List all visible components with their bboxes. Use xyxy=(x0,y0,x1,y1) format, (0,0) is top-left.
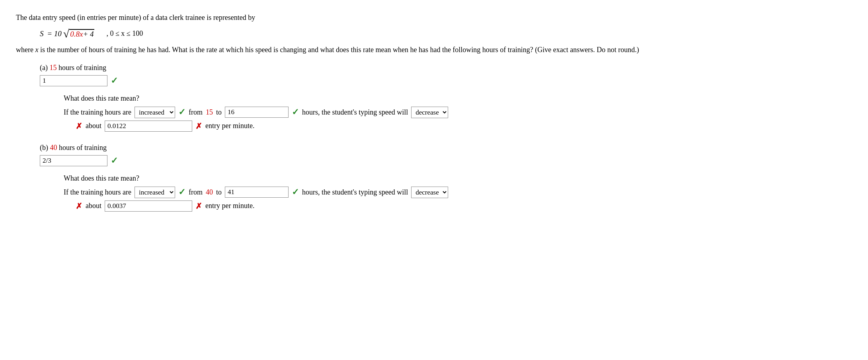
part-b-about-input[interactable] xyxy=(105,200,192,212)
part-b-suffix-text: hours, the student's typing speed will xyxy=(302,188,408,197)
part-a-hours-red: 15 xyxy=(49,64,57,72)
part-a-entry-text: entry per minute. xyxy=(205,122,254,130)
part-a-dropdown-check: ✓ xyxy=(178,107,185,117)
part-a-hours-suffix: hours of training xyxy=(59,64,106,72)
part-a-section: (a) 15 hours of training ✓ What does thi… xyxy=(40,64,852,132)
part-b-to-check: ✓ xyxy=(292,187,299,197)
part-a-speed-dropdown[interactable]: increase decrease xyxy=(411,107,448,118)
part-a-answer-check: ✓ xyxy=(111,76,118,86)
part-b-speed-dropdown[interactable]: increase decrease xyxy=(411,187,448,198)
part-a-about-input[interactable] xyxy=(105,121,192,132)
part-b-from-text: from xyxy=(189,188,203,197)
part-a-rate-meaning-label: What does this rate mean? xyxy=(64,94,852,103)
part-b-dropdown-check: ✓ xyxy=(178,187,185,197)
problem-intro: The data entry speed (in entries per min… xyxy=(16,12,852,23)
part-a-label: (a) 15 hours of training xyxy=(40,64,852,72)
part-b-section: (b) 40 hours of training ✓ What does thi… xyxy=(40,144,852,212)
part-a-meaning-row2: ✗ about ✗ entry per minute. xyxy=(76,121,852,132)
part-a-from-text: from xyxy=(189,108,203,117)
formula: S = 10 √ 0.8x + 4 xyxy=(40,28,94,39)
part-a-suffix-text: hours, the student's typing speed will xyxy=(302,108,408,117)
part-a-prefix: If the training hours are xyxy=(64,108,131,117)
part-a-answer-input[interactable] xyxy=(40,75,107,86)
part-b-to-input[interactable] xyxy=(225,187,289,198)
part-b-rate-meaning: What does this rate mean? If the trainin… xyxy=(64,174,852,212)
radical-container: √ 0.8x + 4 xyxy=(63,28,95,39)
problem-description: where x is the number of hours of traini… xyxy=(16,44,852,56)
part-b-meaning-row2: ✗ about ✗ entry per minute. xyxy=(76,200,852,212)
part-b-rate-meaning-label: What does this rate mean? xyxy=(64,174,852,183)
part-b-answer-row: ✓ xyxy=(40,155,852,166)
part-a-rate-meaning: What does this rate mean? If the trainin… xyxy=(64,94,852,132)
part-b-value-cross: ✗ xyxy=(195,201,202,211)
formula-equals: = 10 xyxy=(45,29,62,38)
formula-s: S xyxy=(40,29,44,38)
part-b-meaning-row1: If the training hours are increased decr… xyxy=(64,187,852,198)
formula-domain: , 0 ≤ x ≤ 100 xyxy=(106,29,143,38)
part-b-hours-red: 40 xyxy=(50,144,57,152)
formula-display: S = 10 √ 0.8x + 4 , 0 ≤ x ≤ 100 xyxy=(40,28,852,39)
part-a-to-text: to xyxy=(216,108,222,117)
part-b-letter: (b) xyxy=(40,144,48,152)
part-a-about-text: about xyxy=(86,122,101,130)
part-a-value-cross: ✗ xyxy=(195,121,202,131)
description-text: where x is the number of hours of traini… xyxy=(16,46,639,54)
part-b-increased-dropdown[interactable]: increased decreased xyxy=(135,187,175,198)
part-a-row2-cross: ✗ xyxy=(76,121,82,131)
part-a-from-value: 15 xyxy=(206,108,213,117)
radical-black-part: + 4 xyxy=(83,30,94,39)
part-a-meaning-row1: If the training hours are increased decr… xyxy=(64,107,852,118)
part-b-to-text: to xyxy=(216,188,222,197)
part-b-answer-input[interactable] xyxy=(40,155,107,166)
part-b-row2-cross: ✗ xyxy=(76,201,82,211)
part-a-answer-row: ✓ xyxy=(40,75,852,86)
intro-text: The data entry speed (in entries per min… xyxy=(16,14,255,21)
part-b-from-value: 40 xyxy=(206,188,213,197)
part-b-about-text: about xyxy=(86,202,101,210)
part-b-label: (b) 40 hours of training xyxy=(40,144,852,152)
radical-red-part: 0.8x xyxy=(70,30,83,39)
part-b-hours-suffix: hours of training xyxy=(59,144,107,152)
part-b-entry-text: entry per minute. xyxy=(205,202,254,210)
part-a-to-check: ✓ xyxy=(292,107,299,117)
part-b-prefix: If the training hours are xyxy=(64,188,131,197)
part-a-letter: (a) xyxy=(40,64,48,72)
part-a-to-input[interactable] xyxy=(225,107,289,118)
part-b-answer-check: ✓ xyxy=(111,156,118,166)
radical-symbol: √ xyxy=(63,28,69,39)
part-a-increased-dropdown[interactable]: increased decreased xyxy=(135,107,175,118)
radical-content: 0.8x + 4 xyxy=(69,29,94,39)
